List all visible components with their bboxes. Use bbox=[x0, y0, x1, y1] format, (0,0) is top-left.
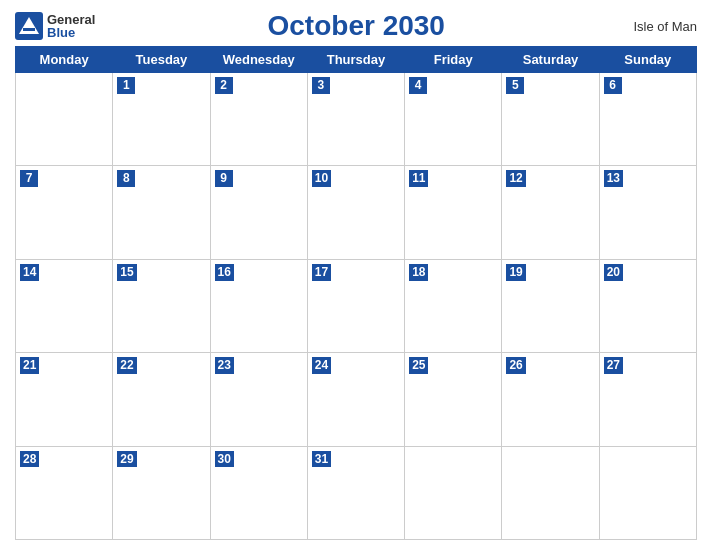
logo-blue-text: Blue bbox=[47, 26, 95, 39]
day-cell: 17 bbox=[307, 259, 404, 352]
calendar-table: MondayTuesdayWednesdayThursdayFridaySatu… bbox=[15, 46, 697, 540]
region-label: Isle of Man bbox=[617, 19, 697, 34]
day-number: 27 bbox=[604, 357, 623, 374]
day-number: 9 bbox=[215, 170, 233, 187]
week-row-1: 123456 bbox=[16, 73, 697, 166]
day-number: 14 bbox=[20, 264, 39, 281]
day-number: 19 bbox=[506, 264, 525, 281]
weekday-sunday: Sunday bbox=[599, 47, 696, 73]
day-number: 22 bbox=[117, 357, 136, 374]
day-number: 29 bbox=[117, 451, 136, 468]
weekday-header-row: MondayTuesdayWednesdayThursdayFridaySatu… bbox=[16, 47, 697, 73]
day-cell: 11 bbox=[405, 166, 502, 259]
day-cell: 18 bbox=[405, 259, 502, 352]
day-cell: 29 bbox=[113, 446, 210, 539]
week-row-4: 21222324252627 bbox=[16, 353, 697, 446]
weekday-saturday: Saturday bbox=[502, 47, 599, 73]
day-cell: 31 bbox=[307, 446, 404, 539]
svg-rect-2 bbox=[23, 28, 35, 31]
day-number: 3 bbox=[312, 77, 330, 94]
day-cell bbox=[502, 446, 599, 539]
day-number: 20 bbox=[604, 264, 623, 281]
day-cell: 15 bbox=[113, 259, 210, 352]
weekday-thursday: Thursday bbox=[307, 47, 404, 73]
day-cell bbox=[405, 446, 502, 539]
top-bar: General Blue October 2030 Isle of Man bbox=[15, 10, 697, 42]
day-cell: 14 bbox=[16, 259, 113, 352]
day-number: 31 bbox=[312, 451, 331, 468]
day-number: 12 bbox=[506, 170, 525, 187]
week-row-5: 28293031 bbox=[16, 446, 697, 539]
day-cell: 9 bbox=[210, 166, 307, 259]
day-cell: 4 bbox=[405, 73, 502, 166]
day-number: 6 bbox=[604, 77, 622, 94]
day-cell: 22 bbox=[113, 353, 210, 446]
day-cell: 16 bbox=[210, 259, 307, 352]
day-cell: 6 bbox=[599, 73, 696, 166]
week-row-2: 78910111213 bbox=[16, 166, 697, 259]
day-number: 13 bbox=[604, 170, 623, 187]
day-cell bbox=[599, 446, 696, 539]
day-number: 5 bbox=[506, 77, 524, 94]
day-cell: 28 bbox=[16, 446, 113, 539]
day-number: 26 bbox=[506, 357, 525, 374]
day-number: 1 bbox=[117, 77, 135, 94]
day-cell bbox=[16, 73, 113, 166]
day-number: 2 bbox=[215, 77, 233, 94]
day-number: 15 bbox=[117, 264, 136, 281]
day-cell: 3 bbox=[307, 73, 404, 166]
day-cell: 5 bbox=[502, 73, 599, 166]
day-number: 17 bbox=[312, 264, 331, 281]
weekday-monday: Monday bbox=[16, 47, 113, 73]
day-cell: 2 bbox=[210, 73, 307, 166]
day-cell: 8 bbox=[113, 166, 210, 259]
calendar-header: MondayTuesdayWednesdayThursdayFridaySatu… bbox=[16, 47, 697, 73]
weekday-friday: Friday bbox=[405, 47, 502, 73]
day-number: 23 bbox=[215, 357, 234, 374]
day-number: 30 bbox=[215, 451, 234, 468]
day-cell: 12 bbox=[502, 166, 599, 259]
day-cell: 20 bbox=[599, 259, 696, 352]
day-number: 7 bbox=[20, 170, 38, 187]
day-number: 8 bbox=[117, 170, 135, 187]
day-number: 28 bbox=[20, 451, 39, 468]
calendar-body: 1234567891011121314151617181920212223242… bbox=[16, 73, 697, 540]
week-row-3: 14151617181920 bbox=[16, 259, 697, 352]
day-cell: 23 bbox=[210, 353, 307, 446]
day-number: 4 bbox=[409, 77, 427, 94]
day-cell: 1 bbox=[113, 73, 210, 166]
day-number: 10 bbox=[312, 170, 331, 187]
day-cell: 21 bbox=[16, 353, 113, 446]
day-number: 21 bbox=[20, 357, 39, 374]
day-cell: 24 bbox=[307, 353, 404, 446]
day-cell: 19 bbox=[502, 259, 599, 352]
calendar-title: October 2030 bbox=[95, 10, 617, 42]
day-number: 18 bbox=[409, 264, 428, 281]
weekday-tuesday: Tuesday bbox=[113, 47, 210, 73]
day-cell: 27 bbox=[599, 353, 696, 446]
logo: General Blue bbox=[15, 12, 95, 40]
day-number: 25 bbox=[409, 357, 428, 374]
day-cell: 13 bbox=[599, 166, 696, 259]
day-number: 16 bbox=[215, 264, 234, 281]
logo-text: General Blue bbox=[47, 13, 95, 39]
day-cell: 25 bbox=[405, 353, 502, 446]
day-cell: 30 bbox=[210, 446, 307, 539]
day-cell: 10 bbox=[307, 166, 404, 259]
logo-icon bbox=[15, 12, 43, 40]
day-cell: 26 bbox=[502, 353, 599, 446]
day-number: 11 bbox=[409, 170, 428, 187]
day-number: 24 bbox=[312, 357, 331, 374]
day-cell: 7 bbox=[16, 166, 113, 259]
weekday-wednesday: Wednesday bbox=[210, 47, 307, 73]
